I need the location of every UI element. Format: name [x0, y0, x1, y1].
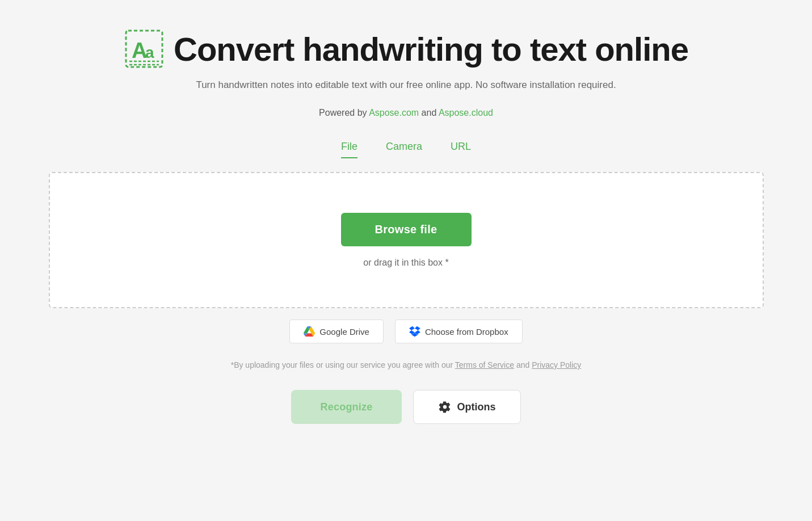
dropbox-button[interactable]: Choose from Dropbox	[395, 320, 523, 343]
tab-url[interactable]: URL	[451, 141, 471, 158]
drag-hint-text: or drag it in this box *	[363, 258, 448, 268]
browse-file-button[interactable]: Browse file	[341, 213, 472, 246]
powered-by-and: and	[419, 108, 439, 117]
options-label: Options	[457, 401, 495, 413]
tos-and: and	[514, 360, 532, 369]
tos-link[interactable]: Terms of Service	[455, 360, 514, 369]
privacy-policy-link[interactable]: Privacy Policy	[532, 360, 581, 369]
action-buttons-container: Recognize Options	[291, 390, 521, 424]
aspose-cloud-link[interactable]: Aspose.cloud	[439, 108, 493, 117]
subtitle-text: Turn handwritten notes into editable tex…	[196, 79, 616, 91]
tos-prefix: *By uploading your files or using our se…	[231, 360, 455, 369]
page-title: Convert handwriting to text online	[174, 30, 688, 68]
tab-camera[interactable]: Camera	[386, 141, 422, 158]
tab-file[interactable]: File	[341, 141, 357, 158]
upload-drop-area[interactable]: Browse file or drag it in this box *	[49, 172, 764, 308]
google-drive-label: Google Drive	[319, 327, 369, 337]
options-button[interactable]: Options	[413, 390, 521, 424]
dropbox-label: Choose from Dropbox	[425, 327, 508, 337]
dropbox-icon	[409, 326, 420, 337]
aspose-com-link[interactable]: Aspose.com	[369, 108, 419, 117]
gear-icon	[439, 401, 451, 413]
powered-by-text: Powered by Aspose.com and Aspose.cloud	[319, 108, 493, 118]
cloud-buttons-container: Google Drive Choose from Dropbox	[289, 320, 522, 343]
google-drive-button[interactable]: Google Drive	[289, 320, 384, 343]
tabs-container: File Camera URL	[341, 141, 471, 158]
header-section: A a Convert handwriting to text online	[124, 28, 688, 69]
recognize-button[interactable]: Recognize	[291, 390, 402, 424]
powered-by-prefix: Powered by	[319, 108, 369, 117]
svg-text:a: a	[145, 44, 154, 61]
app-logo-icon: A a	[124, 28, 165, 69]
tos-text: *By uploading your files or using our se…	[231, 360, 582, 369]
google-drive-icon	[304, 326, 315, 337]
